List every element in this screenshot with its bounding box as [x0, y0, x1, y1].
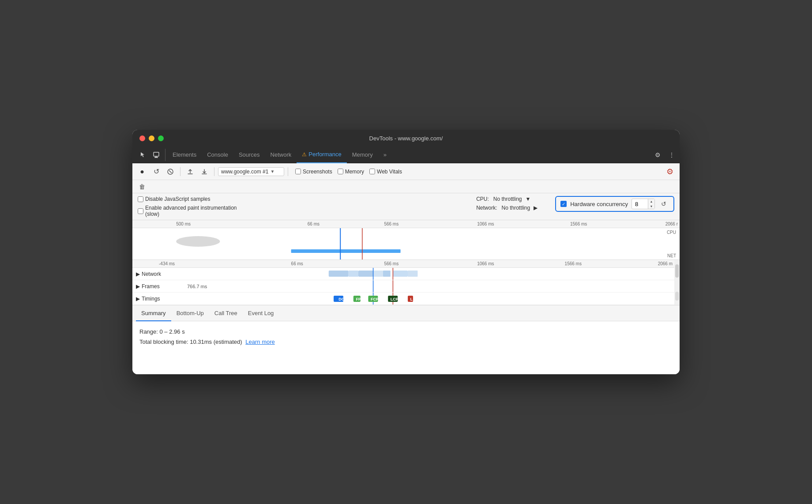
- ruler2-label-566: 566 ms: [384, 261, 398, 266]
- disable-js-checkbox[interactable]: [138, 196, 143, 202]
- network-row-content: [185, 268, 680, 280]
- timeline-ruler-main: -434 ms 66 ms 566 ms 1066 ms 1566 ms 206…: [132, 260, 680, 268]
- svg-rect-14: [393, 271, 408, 277]
- close-button[interactable]: [139, 135, 145, 141]
- blocking-time-label: Total blocking time: 10.31ms (estimated): [139, 339, 242, 345]
- delete-recording-button[interactable]: 🗑: [136, 181, 148, 193]
- web-vitals-checkbox[interactable]: [369, 169, 375, 174]
- tab-performance[interactable]: ⚠ Performance: [297, 147, 346, 163]
- recording-selector[interactable]: www.google.com #1 ▼: [218, 167, 284, 176]
- network-dropdown-icon[interactable]: ▶: [534, 205, 538, 211]
- devtools-window: DevTools - www.google.com/ Elements Cons…: [132, 130, 680, 374]
- minimize-button[interactable]: [149, 135, 154, 141]
- tab-sources[interactable]: Sources: [233, 147, 265, 163]
- svg-text:FCP: FCP: [371, 297, 379, 301]
- download-button[interactable]: [198, 165, 211, 178]
- timings-svg: DCL FP FCP LCP L: [185, 293, 680, 305]
- frames-label-text: Frames: [142, 283, 160, 290]
- memory-checkbox[interactable]: [338, 169, 343, 174]
- tab-more[interactable]: »: [378, 147, 392, 163]
- svg-rect-12: [373, 271, 383, 277]
- cpu-dropdown-icon[interactable]: ▼: [526, 196, 531, 202]
- svg-line-4: [169, 170, 172, 173]
- tab-summary-label: Summary: [141, 310, 166, 316]
- svg-rect-9: [329, 271, 349, 277]
- hw-concurrency-reset-button[interactable]: ↺: [658, 199, 669, 209]
- settings-icon[interactable]: ⚙: [651, 149, 664, 161]
- frames-row: ▶ Frames 766.7 ms: [132, 280, 680, 293]
- frames-row-content: 766.7 ms: [185, 280, 680, 292]
- increment-button[interactable]: ▲: [648, 199, 654, 204]
- hw-concurrency-checkbox[interactable]: ✓: [560, 201, 567, 207]
- tab-call-tree-label: Call Tree: [214, 310, 237, 316]
- ruler2-label-2066: 2066 m: [658, 261, 673, 266]
- devtools-tabs: Elements Console Sources Network ⚠ Perfo…: [132, 147, 680, 163]
- scrollbar-thumb[interactable]: [675, 264, 679, 278]
- network-expand-icon: ▶: [136, 271, 140, 277]
- decrement-button[interactable]: ▼: [648, 204, 654, 209]
- tab-event-log[interactable]: Event Log: [243, 305, 279, 321]
- scrollbar-track[interactable]: [674, 260, 680, 305]
- cpu-label: CPU:: [476, 196, 489, 202]
- svg-text:L: L: [410, 297, 413, 301]
- hw-concurrency-input[interactable]: [632, 200, 648, 208]
- maximize-button[interactable]: [158, 135, 164, 141]
- frames-duration: 766.7 ms: [187, 284, 207, 289]
- hw-concurrency-label: Hardware concurrency: [570, 201, 628, 207]
- ruler-label-66: 66 ms: [308, 222, 320, 226]
- svg-text:DCL: DCL: [338, 297, 347, 301]
- tab-bottom-up[interactable]: Bottom-Up: [171, 305, 209, 321]
- svg-rect-0: [154, 152, 159, 156]
- tab-console[interactable]: Console: [202, 147, 233, 163]
- tab-summary[interactable]: Summary: [136, 305, 171, 321]
- summary-content: Range: 0 – 2.96 s Total blocking time: 1…: [132, 321, 680, 374]
- toolbar-separator-3: [288, 167, 288, 176]
- disable-js-label[interactable]: Disable JavaScript samples: [138, 196, 476, 202]
- tab-elements[interactable]: Elements: [167, 147, 202, 163]
- memory-checkbox-label[interactable]: Memory: [338, 169, 364, 175]
- clear-button[interactable]: [164, 165, 177, 178]
- settings-left: Disable JavaScript samples Enable advanc…: [138, 196, 476, 217]
- tabs-right-controls: ⚙ ⋮: [651, 149, 678, 161]
- frames-row-label[interactable]: ▶ Frames: [132, 283, 185, 290]
- network-label: Network:: [476, 205, 497, 211]
- disable-js-text: Disable JavaScript samples: [145, 196, 210, 202]
- device-icon[interactable]: [150, 149, 162, 161]
- svg-rect-15: [408, 271, 417, 277]
- ruler2-label-1566: 1566 ms: [565, 261, 582, 266]
- cpu-value: No throttling: [493, 196, 522, 202]
- screenshots-checkbox[interactable]: [295, 169, 301, 174]
- network-row-label[interactable]: ▶ Network: [132, 271, 185, 277]
- tab-call-tree[interactable]: Call Tree: [209, 305, 243, 321]
- web-vitals-checkbox-label[interactable]: Web Vitals: [369, 169, 402, 175]
- frames-expand-icon: ▶: [136, 283, 140, 290]
- upload-button[interactable]: [184, 165, 196, 178]
- ruler-label-1066: 1066 ms: [477, 222, 494, 226]
- checkbox-group: Screenshots Memory Web Vitals: [295, 169, 402, 175]
- timings-row-label[interactable]: ▶ Timings: [132, 296, 185, 302]
- titlebar: DevTools - www.google.com/: [132, 130, 680, 147]
- tab-network[interactable]: Network: [265, 147, 297, 163]
- inspect-icon[interactable]: [137, 149, 149, 161]
- reload-record-button[interactable]: ↺: [150, 165, 162, 178]
- hardware-concurrency-control: ✓ Hardware concurrency ▲ ▼ ↺: [555, 196, 674, 212]
- tab-memory[interactable]: Memory: [347, 147, 378, 163]
- svg-point-5: [176, 236, 220, 247]
- svg-rect-13: [383, 271, 391, 277]
- scrollbar-thumb-bottom[interactable]: [675, 292, 679, 301]
- enable-paint-checkbox[interactable]: [138, 208, 143, 214]
- network-label-text: Network: [142, 271, 161, 277]
- gear-settings-button[interactable]: ⚙: [664, 165, 676, 178]
- record-button[interactable]: ●: [136, 165, 148, 178]
- screenshots-checkbox-label[interactable]: Screenshots: [295, 169, 332, 175]
- enable-paint-label[interactable]: Enable advanced paint instrumentation(sl…: [138, 205, 476, 217]
- svg-text:LCP: LCP: [391, 297, 398, 301]
- cpu-throttle-row: CPU: No throttling ▼: [476, 196, 538, 202]
- learn-more-link[interactable]: Learn more: [245, 339, 274, 345]
- throttle-controls: CPU: No throttling ▼ Network: No throttl…: [476, 196, 555, 211]
- cpu-svg: [132, 228, 680, 260]
- network-throttle-row: Network: No throttling ▶: [476, 205, 538, 211]
- more-options-icon[interactable]: ⋮: [665, 149, 678, 161]
- ruler2-label--434: -434 ms: [159, 261, 175, 266]
- frames-svg: [185, 280, 680, 292]
